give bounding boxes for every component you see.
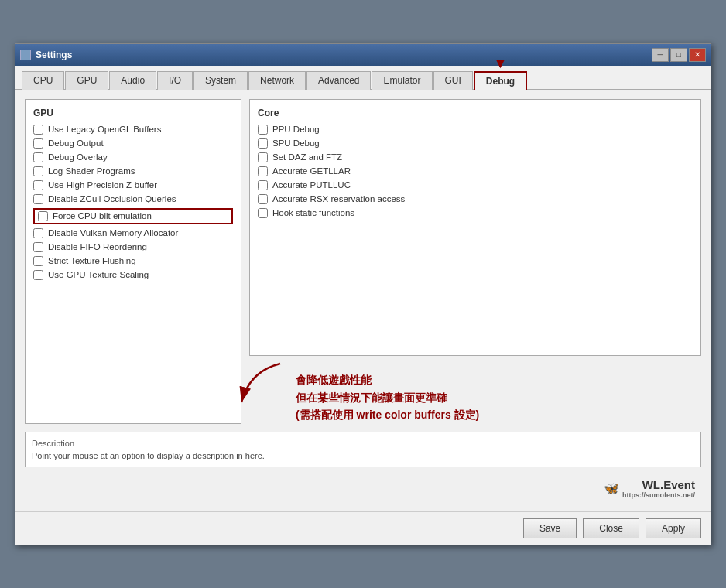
- checkbox-use-gpu-texture[interactable]: Use GPU Texture Scaling: [33, 270, 233, 280]
- checkbox-ppu-debug[interactable]: PPU Debug: [258, 125, 693, 135]
- checkbox-disable-fifo[interactable]: Disable FIFO Reordering: [33, 242, 233, 252]
- tab-bar: CPU GPU Audio I/O System Network Advance…: [15, 66, 711, 90]
- window-title: Settings: [36, 50, 72, 60]
- app-icon: [20, 50, 31, 60]
- annotation-area: 會降低遊戲性能 但在某些情況下能讓畫面更準確 (需搭配使用 write colo…: [249, 364, 701, 423]
- debug-arrow: ▼: [494, 56, 508, 72]
- checkbox-hook-static[interactable]: Hook static functions: [258, 208, 693, 218]
- tab-cpu[interactable]: CPU: [22, 71, 64, 90]
- close-window-button[interactable]: ✕: [689, 48, 706, 62]
- content-area: GPU Use Legacy OpenGL Buffers Debug Outp…: [15, 90, 711, 511]
- annotation-line3: (需搭配使用 write color buffers 設定): [296, 406, 701, 423]
- core-panel-title: Core: [258, 108, 693, 118]
- checkbox-set-daz-ftz[interactable]: Set DAZ and FTZ: [258, 152, 693, 162]
- tab-io[interactable]: I/O: [157, 71, 193, 90]
- bottom-bar: Save Close Apply: [15, 511, 711, 545]
- checkbox-debug-output[interactable]: Debug Output: [33, 138, 233, 149]
- annotation-line2: 但在某些情況下能讓畫面更準確: [296, 389, 701, 406]
- annotation-line1: 會降低遊戲性能: [296, 371, 701, 388]
- gpu-panel-title: GPU: [33, 108, 233, 118]
- checkbox-strict-texture[interactable]: Strict Texture Flushing: [33, 256, 233, 266]
- title-bar: Settings ─ □ ✕: [15, 44, 711, 66]
- close-button[interactable]: Close: [583, 518, 639, 538]
- watermark: 🦋 WL.Event https://sumofents.net/: [25, 475, 701, 502]
- gpu-panel: GPU Use Legacy OpenGL Buffers Debug Outp…: [25, 99, 241, 424]
- annotation-arrow-svg: [234, 356, 296, 418]
- description-title: Description: [32, 439, 694, 448]
- checkbox-log-shader[interactable]: Log Shader Programs: [33, 166, 233, 176]
- tab-advanced[interactable]: Advanced: [306, 71, 371, 90]
- checkbox-disable-zcull[interactable]: Disable ZCull Occlusion Queries: [33, 194, 233, 204]
- title-bar-controls: ─ □ ✕: [652, 48, 706, 62]
- tab-gui[interactable]: GUI: [433, 71, 473, 90]
- checkbox-debug-overlay[interactable]: Debug Overlay: [33, 152, 233, 162]
- tab-system[interactable]: System: [193, 71, 248, 90]
- checkbox-disable-vulkan[interactable]: Disable Vulkan Memory Allocator: [33, 228, 233, 238]
- checkbox-accurate-getllar[interactable]: Accurate GETLLAR: [258, 166, 693, 176]
- watermark-brand: WL.Event: [622, 478, 695, 491]
- panels-row: GPU Use Legacy OpenGL Buffers Debug Outp…: [25, 99, 701, 424]
- checkbox-accurate-putlluc[interactable]: Accurate PUTLLUC: [258, 180, 693, 190]
- tab-audio[interactable]: Audio: [109, 71, 156, 90]
- minimize-button[interactable]: ─: [652, 48, 669, 62]
- tab-network[interactable]: Network: [248, 71, 306, 90]
- settings-window: Settings ─ □ ✕ CPU GPU Audio I/O System …: [15, 43, 711, 545]
- checkbox-accurate-rsx[interactable]: Accurate RSX reservation access: [258, 194, 693, 204]
- right-area: Core PPU Debug SPU Debug Set DAZ and FTZ: [249, 99, 701, 424]
- checkbox-use-legacy-opengl[interactable]: Use Legacy OpenGL Buffers: [33, 125, 233, 135]
- tab-emulator[interactable]: Emulator: [372, 71, 432, 90]
- title-bar-left: Settings: [20, 50, 72, 60]
- description-box: Description Point your mouse at an optio…: [25, 432, 701, 467]
- maximize-button[interactable]: □: [670, 48, 687, 62]
- apply-button[interactable]: Apply: [646, 518, 701, 538]
- watermark-url: https://sumofents.net/: [622, 491, 695, 499]
- save-button[interactable]: Save: [523, 518, 577, 538]
- core-panel: Core PPU Debug SPU Debug Set DAZ and FTZ: [249, 99, 701, 357]
- checkbox-spu-debug[interactable]: SPU Debug: [258, 138, 693, 149]
- checkbox-force-cpu-blit[interactable]: Force CPU blit emulation: [33, 208, 233, 224]
- tab-gpu[interactable]: GPU: [65, 71, 108, 90]
- tab-debug[interactable]: Debug ▼: [474, 71, 527, 90]
- description-text: Point your mouse at an option to display…: [32, 451, 694, 460]
- checkbox-high-precision[interactable]: Use High Precision Z-buffer: [33, 180, 233, 190]
